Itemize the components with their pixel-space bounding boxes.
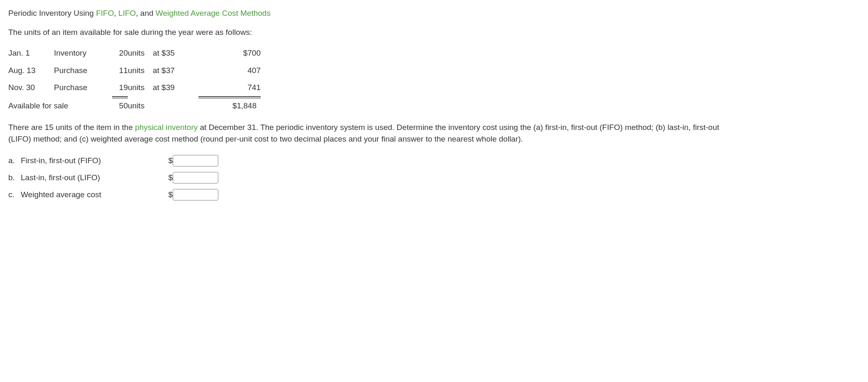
type-cell: Inventory [54, 44, 112, 62]
answer-row-fifo: a. First-in, first-out (FIFO) $ [8, 152, 218, 169]
total-units-label: units [128, 96, 153, 115]
units-label: units [128, 44, 153, 62]
units-label: units [128, 79, 153, 96]
title-sep2: , and [136, 9, 156, 17]
currency-symbol: $ [166, 152, 173, 169]
total-units-num: 50 [112, 97, 128, 112]
units-label: units [128, 62, 153, 79]
link-lifo[interactable]: LIFO [118, 9, 136, 17]
at-cell: at $37 [153, 62, 198, 79]
inventory-table: Jan. 1 Inventory 20 units at $35 $700 Au… [8, 44, 261, 114]
answer-method: Last-in, first-out (LIFO) [21, 169, 166, 186]
date-cell: Jan. 1 [8, 44, 54, 62]
at-cell: at $35 [153, 44, 198, 62]
answer-row-wac: c. Weighted average cost $ [8, 186, 218, 203]
answer-method: First-in, first-out (FIFO) [21, 152, 166, 169]
answer-method: Weighted average cost [21, 186, 166, 203]
amount-cell: 407 [198, 62, 261, 79]
answer-label: c. [8, 186, 21, 203]
lifo-input[interactable] [173, 172, 218, 184]
at-cell: at $39 [153, 79, 198, 96]
units-num: 11 [112, 62, 128, 79]
total-label: Available for sale [8, 96, 112, 115]
page-title: Periodic Inventory Using FIFO, LIFO, and… [8, 7, 860, 19]
answer-label: a. [8, 152, 21, 169]
title-pre: Periodic Inventory Using [8, 9, 96, 17]
link-physical-inventory[interactable]: physical inventory [135, 123, 198, 132]
table-row: Aug. 13 Purchase 11 units at $37 407 [8, 62, 261, 79]
answer-label: b. [8, 169, 21, 186]
table-row: Jan. 1 Inventory 20 units at $35 $700 [8, 44, 261, 62]
amount-cell: 741 [198, 79, 261, 96]
table-row-total: Available for sale 50 units $1,848 [8, 96, 261, 115]
type-cell: Purchase [54, 62, 112, 79]
fifo-input[interactable] [173, 155, 218, 167]
weighted-average-input[interactable] [173, 189, 218, 201]
amount-cell: $700 [198, 44, 261, 62]
answer-table: a. First-in, first-out (FIFO) $ b. Last-… [8, 152, 218, 203]
units-num: 19 [112, 79, 128, 96]
currency-symbol: $ [166, 169, 173, 186]
total-amount: $1,848 [198, 97, 261, 112]
intro-text: The units of an item available for sale … [8, 27, 860, 38]
currency-symbol: $ [166, 186, 173, 203]
date-cell: Aug. 13 [8, 62, 54, 79]
para-t1: There are 15 units of the item in the [8, 123, 135, 132]
answer-row-lifo: b. Last-in, first-out (LIFO) $ [8, 169, 218, 186]
table-row: Nov. 30 Purchase 19 units at $39 741 [8, 79, 261, 96]
link-weighted-average[interactable]: Weighted Average Cost Methods [156, 9, 271, 17]
link-fifo[interactable]: FIFO [96, 9, 114, 17]
instruction-paragraph: There are 15 units of the item in the ph… [8, 122, 731, 144]
title-sep1: , [114, 9, 119, 17]
units-num: 20 [112, 44, 128, 62]
type-cell: Purchase [54, 79, 112, 96]
date-cell: Nov. 30 [8, 79, 54, 96]
